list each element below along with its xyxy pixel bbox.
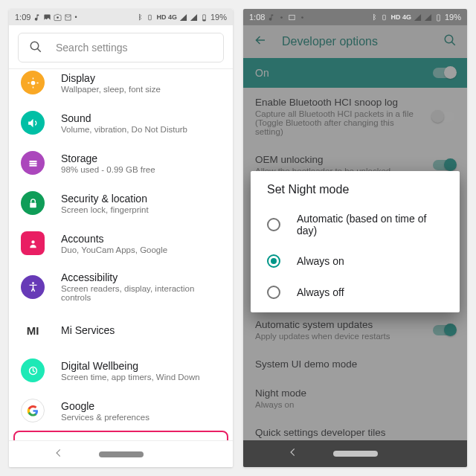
dialog-title: Set Night mode <box>251 183 460 204</box>
mail-icon <box>288 13 296 22</box>
more-icon: • <box>74 13 77 21</box>
battery-pct: 19% <box>445 13 461 22</box>
clock: 1:08 <box>249 13 265 22</box>
battery-pct: 19% <box>210 13 227 22</box>
search-placeholder: Search settings <box>56 42 128 54</box>
svg-rect-12 <box>29 162 36 164</box>
night-mode-dialog: Set Night mode Automatic (based on time … <box>251 171 460 312</box>
option-always-on[interactable]: Always on <box>251 245 460 277</box>
item-sound[interactable]: SoundVolume, vibration, Do Not Disturb <box>9 103 233 143</box>
mail-icon <box>64 13 72 22</box>
nav-bar <box>9 440 233 467</box>
bluetooth-icon <box>370 13 378 22</box>
lock-icon <box>21 191 45 215</box>
item-security[interactable]: Security & locationScreen lock, fingerpr… <box>9 183 233 223</box>
back-icon[interactable] <box>288 447 298 460</box>
music-icon <box>267 13 275 22</box>
signal-icon <box>179 13 187 22</box>
battery-icon <box>200 13 208 22</box>
search-icon <box>29 40 42 56</box>
sun-icon <box>21 71 45 94</box>
svg-rect-14 <box>30 202 36 207</box>
status-bar: 1:09 • HD 4G 19% <box>9 9 233 25</box>
vibrate-icon <box>380 13 388 22</box>
mi-icon: MI <box>21 318 45 342</box>
camera-icon <box>54 13 62 22</box>
google-icon <box>21 399 45 422</box>
network-label: HD 4G <box>156 13 177 21</box>
storage-icon <box>21 151 45 175</box>
wellbeing-icon <box>21 358 45 382</box>
svg-point-4 <box>30 42 39 50</box>
signal-icon-2 <box>190 13 198 22</box>
network-label: HD 4G <box>390 13 411 21</box>
option-always-off[interactable]: Always off <box>251 277 460 308</box>
signal-icon <box>414 13 422 22</box>
item-google[interactable]: GoogleServices & preferences <box>9 390 233 431</box>
svg-rect-3 <box>203 19 206 21</box>
radio-icon <box>267 286 280 299</box>
item-accessibility[interactable]: AccessibilityScreen readers, display, in… <box>9 263 233 310</box>
account-icon <box>21 231 45 255</box>
vibrate-icon <box>146 13 154 22</box>
clock: 1:09 <box>15 13 30 22</box>
svg-point-21 <box>281 16 283 19</box>
svg-point-6 <box>30 80 35 85</box>
back-icon[interactable] <box>54 448 64 461</box>
svg-rect-24 <box>383 15 386 19</box>
camera-icon-2 <box>298 13 306 22</box>
item-display[interactable]: DisplayWallpaper, sleep, font size <box>9 69 233 103</box>
option-automatic[interactable]: Automatic (based on time of day) <box>251 204 460 245</box>
svg-rect-1 <box>149 15 152 19</box>
accessibility-icon <box>21 275 45 299</box>
settings-list: DisplayWallpaper, sleep, font size Sound… <box>9 69 233 467</box>
svg-rect-22 <box>289 15 295 19</box>
svg-rect-11 <box>29 160 36 161</box>
radio-icon <box>267 254 280 268</box>
svg-line-5 <box>37 48 41 52</box>
image-icon <box>43 13 51 22</box>
music-icon <box>33 13 41 22</box>
svg-point-16 <box>32 282 34 284</box>
item-wellbeing[interactable]: Digital WellbeingScreen time, app timers… <box>9 350 233 390</box>
home-pill[interactable] <box>333 451 378 457</box>
svg-point-0 <box>57 16 60 19</box>
item-accounts[interactable]: AccountsDuo, YouCam Apps, Google <box>9 223 233 263</box>
search-settings[interactable]: Search settings <box>18 33 224 62</box>
radio-icon <box>267 218 280 231</box>
svg-point-15 <box>31 240 34 243</box>
svg-point-23 <box>302 16 304 19</box>
nav-bar <box>243 440 467 467</box>
camera-icon <box>277 13 286 22</box>
volume-icon <box>21 111 45 135</box>
settings-screen: 1:09 • HD 4G 19% Search settings Display… <box>9 9 233 467</box>
developer-options-screen: 1:08 HD 4G 19% Developer options On Enab… <box>243 9 467 467</box>
signal-icon-2 <box>424 13 432 22</box>
home-pill[interactable] <box>99 451 144 457</box>
status-bar: 1:08 HD 4G 19% <box>243 9 467 25</box>
svg-rect-25 <box>437 14 440 20</box>
svg-rect-13 <box>29 164 36 166</box>
bluetooth-icon <box>135 13 144 22</box>
item-storage[interactable]: Storage98% used - 0.99 GB free <box>9 143 233 183</box>
battery-icon <box>434 13 443 22</box>
item-mi[interactable]: MI Mi Services <box>9 310 233 350</box>
